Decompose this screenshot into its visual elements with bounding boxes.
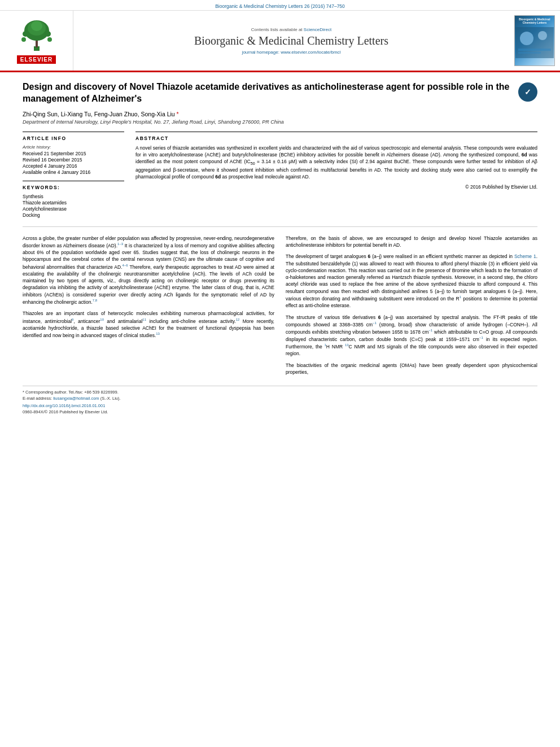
abstract-text: A novel series of thiazole acetamides wa… (135, 145, 537, 181)
received-date: Received 21 September 2015 (23, 151, 124, 156)
accepted-date: Accepted 4 January 2016 (23, 163, 124, 169)
svg-point-10 (520, 32, 533, 45)
keywords-heading: Keywords: (23, 185, 124, 190)
svg-point-7 (21, 37, 26, 42)
body-para-4: The development of target analogues 6 (a… (286, 253, 537, 309)
elsevier-logo: ELSEVIER (17, 18, 56, 64)
section-divider (23, 226, 537, 227)
journal-reference-bar: Bioorganic & Medicinal Chemistry Letters… (0, 0, 560, 11)
cover-title: Bioorganic & Medicinal Chemistry Letters (515, 16, 554, 26)
keywords-section: Keywords: Synthesis Thiazole acetamides … (23, 181, 124, 218)
sciencedirect-line: Contents lists available at ScienceDirec… (251, 27, 331, 32)
svg-point-4 (31, 21, 42, 31)
journal-reference-text: Bioorganic & Medicinal Chemistry Letters… (215, 3, 345, 9)
journal-cover-image: Bioorganic & Medicinal Chemistry Letters (514, 15, 555, 66)
abstract-section: Abstract A novel series of thiazole acet… (135, 132, 537, 190)
sciencedirect-link[interactable]: ScienceDirect (304, 27, 331, 32)
homepage-url[interactable]: www.elsevier.com/locate/bmcl (281, 50, 340, 55)
body-para-5: The structure of various title derivativ… (286, 314, 537, 357)
journal-title: Bioorganic & Medicinal Chemistry Letters (194, 34, 388, 47)
available-date: Available online 4 January 2016 (23, 169, 124, 175)
authors-line: Zhi-Qing Sun, Li-Xiang Tu, Feng-Juan Zhu… (23, 111, 537, 117)
article-info-col: Article info Article history: Received 2… (23, 132, 124, 219)
svg-point-8 (47, 37, 52, 42)
abstract-heading: Abstract (135, 136, 537, 141)
journal-homepage: journal homepage: www.elsevier.com/locat… (242, 50, 341, 55)
body-para-6: The bioactivities of the organic medicin… (286, 362, 537, 376)
article-info-heading: Article info (23, 136, 124, 141)
keyword-docking: Docking (23, 212, 124, 218)
article-content: ✓ Design and discovery of Novel Thiazole… (0, 72, 560, 426)
body-para-3: Therefore, on the basis of above, we are… (286, 235, 537, 249)
svg-text:✓: ✓ (524, 88, 531, 97)
body-col-2: Therefore, on the basis of above, we are… (286, 235, 537, 381)
cover-art-icon (515, 27, 554, 58)
footer-email-link[interactable]: liusangxia@hotmail.com (53, 396, 99, 401)
affiliation: Department of Internal Neurology, Linyi … (23, 119, 537, 125)
journal-header: ELSEVIER Contents lists available at Sci… (0, 11, 560, 72)
keyword-ache: Acetylcholinesterase (23, 206, 124, 212)
abstract-copyright: © 2016 Published by Elsevier Ltd. (135, 184, 537, 190)
elsevier-wordmark: ELSEVIER (17, 55, 56, 64)
crossmark-icon: ✓ (518, 82, 537, 102)
page: Bioorganic & Medicinal Chemistry Letters… (0, 0, 560, 747)
footer-email: E-mail address: liusangxia@hotmail.com (… (23, 396, 537, 401)
svg-rect-13 (518, 52, 541, 54)
body-text-area: Across a globe, the greater number of el… (23, 235, 537, 381)
keyword-synthesis: Synthesis (23, 194, 124, 199)
elsevier-tree-icon (17, 18, 56, 53)
article-info-abstract-section: Article info Article history: Received 2… (23, 132, 537, 219)
footer-issn: 0960-894X/© 2016 Published by Elsevier L… (23, 409, 537, 414)
crossmark-symbol: ✓ (519, 84, 536, 101)
corresponding-author-marker: * (177, 111, 179, 117)
footer-doi[interactable]: http://dx.doi.org/10.1016/j.bmcl.2016.01… (23, 403, 537, 408)
article-footer: * Corresponding author. Tel./fax: +86 53… (23, 386, 537, 414)
journal-cover-area: Bioorganic & Medicinal Chemistry Letters (509, 11, 560, 71)
article-info-section: Article info Article history: Received 2… (23, 132, 124, 175)
journal-title-area: Contents lists available at ScienceDirec… (73, 11, 509, 71)
svg-point-6 (45, 31, 51, 37)
footer-corresponding-author: * Corresponding author. Tel./fax: +86 53… (23, 390, 537, 395)
svg-point-5 (23, 31, 28, 37)
revised-date: Revised 16 December 2015 (23, 157, 124, 163)
crossmark-badge-area: ✓ (518, 82, 537, 102)
body-col-1: Across a globe, the greater number of el… (23, 235, 274, 381)
svg-point-11 (538, 31, 547, 40)
body-para-1: Across a globe, the greater number of el… (23, 235, 274, 306)
authors-text: Zhi-Qing Sun, Li-Xiang Tu, Feng-Juan Zhu… (23, 111, 177, 117)
body-para-2: Thiazoles are an important class of hete… (23, 310, 274, 339)
article-title: Design and discovery of Novel Thiazole a… (23, 81, 537, 105)
elsevier-logo-area: ELSEVIER (0, 11, 73, 71)
abstract-col: Abstract A novel series of thiazole acet… (135, 132, 537, 219)
history-label: Article history: (23, 145, 124, 150)
keyword-thiazole: Thiazole acetamides (23, 200, 124, 206)
scheme-link[interactable]: Scheme 1 (514, 254, 536, 259)
svg-rect-12 (518, 49, 551, 51)
